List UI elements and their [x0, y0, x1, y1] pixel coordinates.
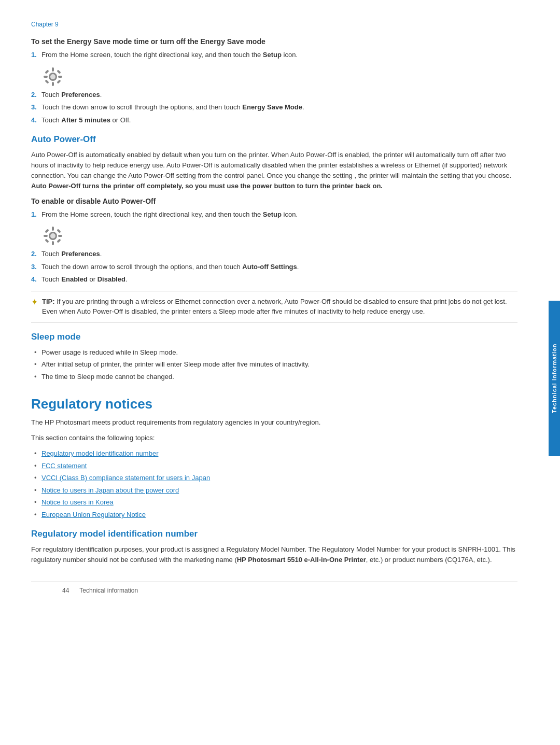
svg-rect-8: [45, 79, 49, 83]
regulatory-links: Regulatory model identification number F…: [31, 448, 517, 519]
svg-rect-15: [58, 235, 62, 237]
svg-rect-14: [44, 235, 48, 237]
svg-rect-2: [52, 67, 54, 72]
sleep-mode-heading: Sleep mode: [31, 332, 517, 342]
svg-point-11: [50, 233, 55, 238]
reg-model-heading: Regulatory model identification number: [31, 529, 517, 539]
link-japan-power[interactable]: Notice to users in Japan about the power…: [31, 485, 517, 496]
step-3: 3. Touch the down arrow to scroll throug…: [31, 102, 517, 113]
tip-box: ✦ TIP: If you are printing through a wir…: [31, 291, 517, 322]
svg-rect-9: [57, 69, 61, 74]
setup-icon-image: [31, 65, 517, 90]
tip-icon: ✦: [31, 297, 38, 307]
enable-step-2: 2. Touch Preferences.: [31, 249, 517, 259]
enable-step-1: 1. From the Home screen, touch the right…: [31, 209, 517, 220]
svg-rect-17: [57, 238, 61, 243]
energy-save-steps-cont: 2. Touch Preferences. 3. Touch the down …: [31, 90, 517, 125]
setup-icon-image-2: [31, 224, 517, 249]
link-eu[interactable]: European Union Regulatory Notice: [31, 510, 517, 520]
enable-disable-heading: To enable or disable Auto Power-Off: [31, 197, 517, 205]
svg-rect-4: [44, 76, 48, 78]
gear-icon-2: [41, 224, 64, 247]
step-4: 4. Touch After 5 minutes or Off.: [31, 115, 517, 125]
svg-rect-19: [57, 229, 61, 233]
chapter-label: Chapter 9: [31, 21, 517, 28]
energy-save-section: To set the Energy Save mode time or turn…: [31, 37, 517, 125]
reg-model-body: For regulatory identification purposes, …: [31, 544, 517, 565]
energy-save-heading: To set the Energy Save mode time or turn…: [31, 37, 517, 46]
regulatory-notices-heading: Regulatory notices: [31, 396, 517, 412]
step-2: 2. Touch Preferences.: [31, 90, 517, 100]
regulatory-intro-1: The HP Photosmart meets product requirem…: [31, 417, 517, 428]
auto-power-off-body: Auto Power-Off is automatically enabled …: [31, 150, 517, 192]
sleep-mode-section: Sleep mode Power usage is reduced while …: [31, 332, 517, 382]
step-1: 1. From the Home screen, touch the right…: [31, 50, 517, 60]
auto-power-off-heading: Auto Power-Off: [31, 134, 517, 145]
svg-rect-7: [57, 79, 61, 83]
footer-title: Technical information: [79, 587, 138, 594]
svg-rect-13: [52, 241, 54, 245]
gear-icon: [41, 65, 64, 88]
footer-page-number: 44: [62, 587, 69, 594]
footer: 44 Technical information: [31, 581, 517, 599]
enable-step-3: 3. Touch the down arrow to scroll throug…: [31, 262, 517, 272]
energy-save-steps: 1. From the Home screen, touch the right…: [31, 50, 517, 60]
link-vcci[interactable]: VCCI (Class B) compliance statement for …: [31, 473, 517, 483]
enable-step-4: 4. Touch Enabled or Disabled.: [31, 274, 517, 285]
sleep-bullet-3: The time to Sleep mode cannot be changed…: [31, 372, 517, 382]
svg-rect-18: [45, 238, 49, 243]
link-korea[interactable]: Notice to users in Korea: [31, 497, 517, 508]
regulatory-intro-2: This section contains the following topi…: [31, 433, 517, 443]
svg-rect-16: [45, 229, 49, 233]
svg-point-1: [50, 74, 55, 79]
sleep-bullet-2: After initial setup of printer, the prin…: [31, 359, 517, 370]
reg-model-subsection: Regulatory model identification number F…: [31, 529, 517, 565]
enable-disable-steps-cont: 2. Touch Preferences. 3. Touch the down …: [31, 249, 517, 285]
link-fcc[interactable]: FCC statement: [31, 461, 517, 471]
enable-disable-steps: 1. From the Home screen, touch the right…: [31, 209, 517, 220]
tip-text: TIP: If you are printing through a wirel…: [42, 297, 517, 317]
sleep-mode-bullets: Power usage is reduced while in Sleep mo…: [31, 347, 517, 382]
side-tab: Technical information: [549, 301, 560, 456]
regulatory-notices-section: Regulatory notices The HP Photosmart mee…: [31, 396, 517, 566]
svg-rect-12: [52, 227, 54, 231]
svg-rect-3: [52, 82, 54, 86]
sleep-bullet-1: Power usage is reduced while in Sleep mo…: [31, 347, 517, 358]
link-regulatory-model[interactable]: Regulatory model identification number: [31, 448, 517, 459]
svg-rect-6: [45, 69, 49, 74]
svg-rect-5: [58, 76, 62, 78]
auto-power-off-section: Auto Power-Off Auto Power-Off is automat…: [31, 134, 517, 322]
